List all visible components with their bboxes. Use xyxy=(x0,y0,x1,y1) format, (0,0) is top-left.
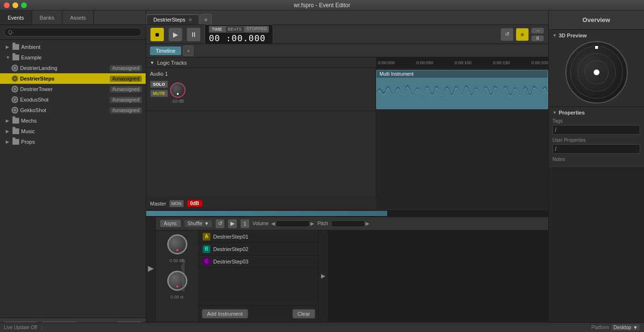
pause-small-icon: ⏸ xyxy=(535,35,540,41)
loop-button[interactable]: ↺ xyxy=(500,28,514,41)
time-mode-time[interactable]: TIME xyxy=(209,26,225,33)
track-name: Audio 1 xyxy=(150,71,372,77)
preview-pointer xyxy=(595,46,598,49)
sidebar-item-destrier-landing[interactable]: DestrierLanding #unassigned xyxy=(0,63,146,73)
num-mi-display[interactable]: 1 xyxy=(240,219,250,229)
ruler-tick: 0:00:100 xyxy=(453,60,491,65)
list-icon: ≡ xyxy=(521,32,524,37)
sidebar-tab-events[interactable]: Events xyxy=(0,11,32,24)
position-bar[interactable] xyxy=(146,210,548,216)
collapse-left-panel[interactable]: ◀ xyxy=(146,217,156,321)
sidebar-item-label: Props xyxy=(21,139,35,145)
knob-indicator xyxy=(176,286,178,287)
tag-badge: #unassigned xyxy=(110,86,142,92)
sidebar-item-mechs[interactable]: ▶ Mechs xyxy=(0,115,146,126)
volume-mi-label: Volume xyxy=(253,221,268,226)
volume-left-arrow-icon: ◀ xyxy=(271,221,275,226)
list-item[interactable]: A DestrierStep01 xyxy=(199,230,318,243)
mon-button[interactable]: MON xyxy=(169,200,184,207)
clear-button[interactable]: Clear xyxy=(292,309,315,319)
list-button[interactable]: ≡ xyxy=(516,28,529,41)
master-content xyxy=(376,197,548,210)
sidebar-item-music[interactable]: ▶ Music xyxy=(0,126,146,137)
transport-bar: ■ ▶ ⏸ TIME BEATS STOPPED 00 :00.000 ↺ xyxy=(146,25,548,44)
properties-header[interactable]: ▼ Properties xyxy=(552,110,640,115)
search-input[interactable] xyxy=(4,28,142,36)
sidebar-item-example[interactable]: ▼ Example xyxy=(0,52,146,63)
volume-mi-slider[interactable] xyxy=(276,220,310,227)
track-controls: SOLO MUTE -10 dB xyxy=(150,80,372,103)
sidebar-item-destrier-tower[interactable]: DestrierTower #unassigned xyxy=(0,84,146,94)
tab-destrier-steps[interactable]: DestrierSteps ✕ xyxy=(146,14,199,24)
tags-field[interactable]: I xyxy=(552,125,640,135)
tag-badge: #unassigned xyxy=(110,107,142,114)
folder-icon xyxy=(12,55,19,60)
overview-title: Overview xyxy=(549,11,644,30)
solo-button[interactable]: SOLO xyxy=(150,80,168,88)
sidebar-item-destrier-steps[interactable]: DestrierSteps #unassigned xyxy=(0,73,146,84)
platform-value: Desktop xyxy=(613,325,631,330)
pause-small-button[interactable]: ⏸ xyxy=(531,35,544,42)
user-properties-row: User Properties I xyxy=(552,137,640,154)
chevron-right-icon: ▶ xyxy=(321,273,325,279)
plus-icon: + xyxy=(187,48,190,54)
close-tab-icon[interactable]: ✕ xyxy=(188,17,192,23)
tab-timeline[interactable]: Timeline xyxy=(150,46,181,55)
sidebar-item-label: DestrierTower xyxy=(20,86,53,92)
arrow-right-button[interactable]: → xyxy=(531,27,544,34)
list-item[interactable]: C DestrierStep03 xyxy=(199,255,318,268)
add-timeline-tab-button[interactable]: + xyxy=(183,46,194,56)
sidebar-item-gekko-shot[interactable]: GekkoShot #unassigned xyxy=(0,105,146,115)
3d-preview-header[interactable]: ▼ 3D Preview xyxy=(552,33,640,38)
list-item[interactable]: B DestrierStep02 xyxy=(199,243,318,255)
add-tab-button[interactable]: + xyxy=(200,14,212,24)
async-button[interactable]: Async xyxy=(160,219,181,228)
shuffle-select[interactable]: Shuffle ▼ xyxy=(184,219,212,228)
master-volume-display[interactable]: 0dB xyxy=(187,200,203,207)
pitch-mi-slider[interactable] xyxy=(331,220,365,227)
mi-playlist: A DestrierStep01 B DestrierStep02 C Dest… xyxy=(199,230,319,321)
user-properties-field[interactable]: I xyxy=(552,144,640,154)
window-controls[interactable] xyxy=(4,2,27,8)
event-icon xyxy=(12,96,18,103)
add-instrument-button[interactable]: Add Instrument xyxy=(202,309,248,319)
preview-dot-center xyxy=(594,69,599,75)
logic-tracks-label: Logic Tracks xyxy=(157,60,187,66)
mi-expand-arrow[interactable]: ▶ xyxy=(319,230,328,321)
3d-preview-title: 3D Preview xyxy=(559,33,587,38)
chevron-down-icon: ▼ xyxy=(204,221,209,226)
platform-select[interactable]: Desktop ▼ xyxy=(611,324,640,331)
preview-circle[interactable] xyxy=(565,41,628,103)
master-track-row: Master MON 0dB xyxy=(146,197,548,210)
playlist-actions: Add Instrument Clear xyxy=(199,306,318,321)
mi-volume-knob[interactable] xyxy=(167,234,187,254)
time-mode-beats[interactable]: BEATS xyxy=(225,26,245,33)
chevron-down-icon: ▼ xyxy=(6,55,11,60)
playlist-item-name: DestrierStep03 xyxy=(213,259,248,264)
properties-title: Properties xyxy=(559,110,585,115)
audio-clip[interactable]: Multi Instrument xyxy=(376,70,548,109)
chevron-down-icon: ▼ xyxy=(633,325,638,330)
logic-tracks-header[interactable]: ▼ Logic Tracks xyxy=(146,57,376,68)
playlist-item-letter: C xyxy=(203,258,210,265)
stop-button[interactable]: ■ xyxy=(150,27,164,42)
loop-mi-button[interactable]: ↺ xyxy=(215,219,225,229)
position-fill xyxy=(146,211,387,216)
close-button[interactable] xyxy=(4,2,10,8)
maximize-button[interactable] xyxy=(21,2,27,8)
volume-knob[interactable] xyxy=(170,82,185,98)
pause-button[interactable]: ⏸ xyxy=(186,27,201,42)
pause-icon: ⏸ xyxy=(190,31,197,38)
text-icon: I xyxy=(555,126,556,133)
sidebar-item-ambient[interactable]: ▶ Ambient xyxy=(0,42,146,52)
sidebar-item-exodus-shot[interactable]: ExodusShot #unassigned xyxy=(0,94,146,105)
play-button[interactable]: ▶ xyxy=(168,27,183,42)
mute-button[interactable]: MUTE xyxy=(150,90,168,97)
transport-right: ↺ ≡ → ⏸ xyxy=(500,27,544,42)
sidebar-tab-banks[interactable]: Banks xyxy=(32,11,63,24)
play-mi-button[interactable]: ▶ xyxy=(228,219,237,229)
sidebar-item-props[interactable]: ▶ Props xyxy=(0,137,146,147)
chevron-down-icon: ▼ xyxy=(552,110,557,115)
sidebar-tab-assets[interactable]: Assets xyxy=(62,11,94,24)
minimize-button[interactable] xyxy=(12,2,18,8)
